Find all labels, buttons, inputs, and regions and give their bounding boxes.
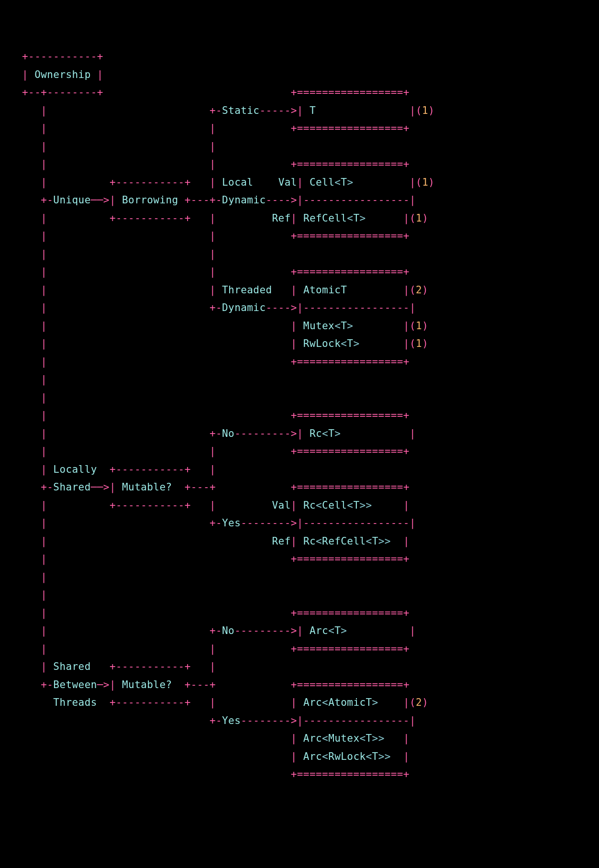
mutable2-label: Mutable? [122,679,172,690]
locally-line1: Locally [53,464,97,475]
threaded-line2: Dynamic [222,302,266,313]
borrowing-label: Borrowing [122,194,178,206]
root-label: Ownership [34,69,91,80]
val-label-2: Val [272,500,291,511]
threads-yes: Yes [222,715,241,726]
note-cell: 1 [422,177,428,188]
shared-line3: Threads [53,697,97,708]
note-t: 1 [422,105,428,116]
note-arc-atomic: 2 [416,697,422,708]
local-line2: Dynamic [222,194,266,206]
val-label-1: Val [278,177,297,188]
res-t: T [310,105,316,116]
ownership-ascii-diagram: +-----------+ | Ownership | +--+--------… [22,48,434,784]
note-atomic: 2 [416,284,422,296]
threads-no: No [222,625,234,636]
local-line1: Local [222,177,253,188]
threaded-line1: Threaded [222,284,272,296]
note-mutex: 1 [416,320,422,332]
locally-line2: Shared [53,481,90,493]
ref-label-1: Ref [272,212,291,224]
shared-line1: Shared [53,661,90,672]
static-label: Static [222,105,259,116]
shared-line2: Between [53,679,97,690]
note-refcell: 1 [416,212,422,224]
note-rwlock: 1 [416,338,422,349]
ref-label-2: Ref [272,535,291,547]
unique-label: Unique [53,194,90,206]
local-no: No [222,428,234,439]
mutable1-label: Mutable? [122,481,172,493]
local-yes: Yes [222,517,241,529]
